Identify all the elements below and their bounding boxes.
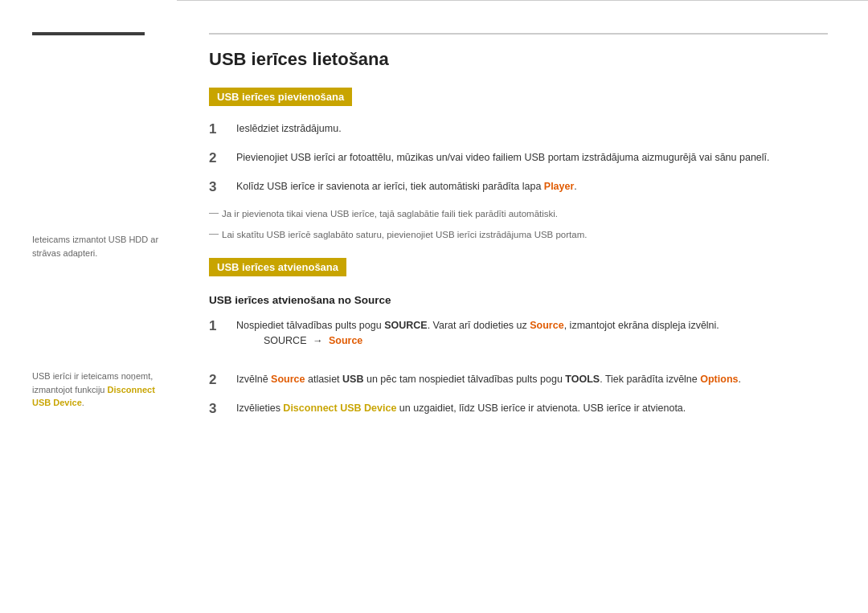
- page-title: USB ierīces lietošana: [209, 49, 828, 70]
- source-link-arrow: Source: [329, 335, 362, 346]
- disconnect-steps: 1 Nospiediet tālvadības pults pogu SOURC…: [209, 317, 828, 418]
- player-link: Player: [544, 181, 575, 192]
- step-num-3: 3: [209, 178, 231, 196]
- section-disconnect: USB ierīces atvienošana USB ierīces atvi…: [209, 258, 828, 418]
- step-num-2: 2: [209, 149, 231, 167]
- tools-bold: TOOLS: [565, 374, 600, 385]
- subsection2-heading: USB ierīces atvienošana no Source: [209, 294, 828, 306]
- dis-step-text-3: Izvēlieties Disconnect USB Device un uzg…: [236, 400, 828, 416]
- usb-bold: USB: [342, 374, 363, 385]
- connect-step-3: 3 Kolīdz USB ierīce ir savienota ar ierī…: [209, 178, 828, 196]
- sidebar: Ieteicams izmantot USB HDD ar strāvas ad…: [0, 0, 177, 613]
- disconnect-step-3: 3 Izvēlieties Disconnect USB Device un u…: [209, 400, 828, 418]
- dis-step-num-3: 3: [209, 400, 231, 418]
- options-link: Options: [700, 374, 738, 385]
- step-text-1: Ieslēdziet izstrādājumu.: [236, 121, 828, 137]
- section-connect: USB ierīces pievienošana 1 Ieslēdziet iz…: [209, 88, 828, 242]
- page: Ieteicams izmantot USB HDD ar strāvas ad…: [0, 0, 868, 613]
- main-content: USB ierīces lietošana USB ierīces pievie…: [177, 0, 868, 613]
- dis-step-text-2: Izvēlnē Source atlasiet USB un pēc tam n…: [236, 371, 828, 387]
- arrow-icon: →: [309, 335, 325, 346]
- source-link-2: Source: [271, 374, 305, 385]
- connect-step-2: 2 Pievienojiet USB ierīci ar fotoattēlu,…: [209, 149, 828, 167]
- source-bold: SOURCE: [384, 320, 427, 331]
- note-connect-1: Ja ir pievienota tikai viena USB ierīce,…: [209, 207, 828, 221]
- note-connect-2: Lai skatītu USB ierīcē saglabāto saturu,…: [209, 228, 828, 242]
- sidebar-top-bar: [32, 32, 145, 35]
- disconnect-step-2: 2 Izvēlnē Source atlasiet USB un pēc tam…: [209, 371, 828, 389]
- step-text-2: Pievienojiet USB ierīci ar fotoattēlu, m…: [236, 149, 828, 166]
- source-link-1: Source: [530, 320, 563, 331]
- dis-step-num-1: 1: [209, 317, 231, 335]
- disconnect-usb-link: Disconnect USB Device: [283, 403, 396, 414]
- section2-heading: USB ierīces atvienošana: [209, 258, 346, 276]
- main-top-line: [209, 33, 828, 35]
- connect-steps: 1 Ieslēdziet izstrādājumu. 2 Pievienojie…: [209, 121, 828, 196]
- sidebar-note-1: Ieteicams izmantot USB HDD ar strāvas ad…: [32, 233, 169, 260]
- dis-step-num-2: 2: [209, 371, 231, 389]
- step-text-3: Kolīdz USB ierīce ir savienota ar ierīci…: [236, 178, 828, 194]
- section1-heading: USB ierīces pievienošana: [209, 88, 352, 106]
- sidebar-note-2: USB ierīci ir ieteicams noņemt, izmantoj…: [32, 370, 169, 410]
- disconnect-step-1: 1 Nospiediet tālvadības pults pogu SOURC…: [209, 317, 828, 360]
- step-num-1: 1: [209, 121, 231, 138]
- source-arrow-line: SOURCE → Source: [264, 333, 828, 349]
- connect-step-1: 1 Ieslēdziet izstrādājumu.: [209, 121, 828, 138]
- dis-step-text-1: Nospiediet tālvadības pults pogu SOURCE.…: [236, 317, 828, 333]
